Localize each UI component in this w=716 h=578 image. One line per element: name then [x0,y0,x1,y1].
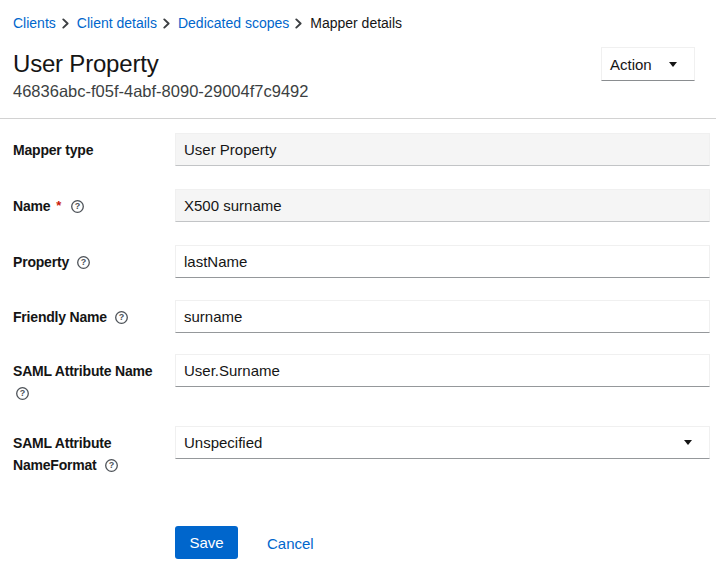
svg-text:?: ? [119,312,124,322]
svg-text:?: ? [81,257,86,267]
svg-text:?: ? [75,201,80,211]
svg-text:?: ? [108,460,113,470]
svg-text:?: ? [20,388,25,398]
